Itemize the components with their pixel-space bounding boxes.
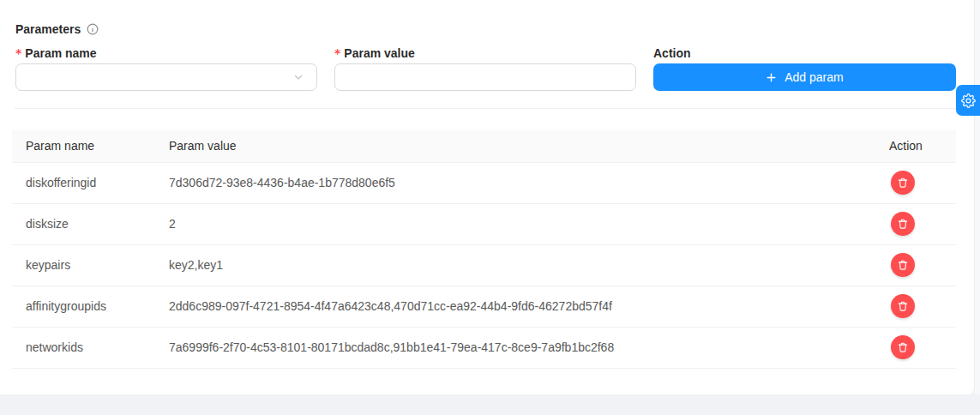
param-table-body: diskofferingid 7d306d72-93e8-4436-b4ae-1… xyxy=(12,162,956,368)
table-header-row: Param name Param value Action xyxy=(12,130,956,162)
param-name-cell: diskofferingid xyxy=(12,162,155,203)
plus-icon xyxy=(766,72,777,83)
param-name-cell: keypairs xyxy=(12,244,155,286)
trash-icon xyxy=(897,218,909,230)
trash-icon xyxy=(897,300,909,312)
param-value-field: * Param value xyxy=(334,45,636,91)
col-header-action: Action xyxy=(875,130,956,162)
action-label: Action xyxy=(653,45,956,62)
trash-icon xyxy=(897,341,909,353)
param-value-cell: key2,key1 xyxy=(155,244,875,286)
param-table: Param name Param value Action diskofferi… xyxy=(12,130,956,369)
action-cell xyxy=(875,244,956,286)
param-value-cell: 7d306d72-93e8-4436-b4ae-1b778d80e6f5 xyxy=(155,162,875,203)
table-row: networkids 7a6999f6-2f70-4c53-8101-80171… xyxy=(12,327,956,368)
action-cell xyxy=(875,286,956,327)
trash-icon xyxy=(897,177,909,189)
col-header-param-value: Param value xyxy=(155,130,875,162)
required-mark: * xyxy=(334,46,340,60)
param-value-cell: 2 xyxy=(155,203,875,244)
col-header-param-name: Param name xyxy=(12,130,155,162)
settings-drawer-handle[interactable] xyxy=(956,85,980,116)
action-field: Action Add param xyxy=(653,45,956,91)
table-row: disksize 2 xyxy=(12,203,956,244)
required-mark: * xyxy=(15,46,21,60)
gear-icon xyxy=(961,93,976,108)
add-param-button[interactable]: Add param xyxy=(653,63,956,91)
param-name-label-text: Param name xyxy=(25,46,96,60)
parameters-form: * Param name * Param value Action xyxy=(15,45,956,91)
action-cell xyxy=(875,203,956,244)
param-value-label-text: Param value xyxy=(344,46,415,60)
param-value-input[interactable] xyxy=(334,63,636,91)
delete-param-button[interactable] xyxy=(891,294,915,318)
param-name-cell: networkids xyxy=(12,327,155,368)
param-name-cell: disksize xyxy=(12,203,155,244)
param-name-cell: affinitygroupids xyxy=(12,286,155,327)
table-row: keypairs key2,key1 xyxy=(12,244,956,286)
add-param-button-label: Add param xyxy=(785,70,843,84)
param-value-cell: 7a6999f6-2f70-4c53-8101-80171bcdad8c,91b… xyxy=(155,327,875,368)
param-name-label: * Param name xyxy=(15,45,317,62)
action-cell xyxy=(875,327,956,368)
trash-icon xyxy=(897,259,909,271)
delete-param-button[interactable] xyxy=(891,253,915,277)
param-name-select[interactable] xyxy=(15,63,317,91)
info-circle-icon[interactable] xyxy=(87,23,99,35)
param-name-field: * Param name xyxy=(15,45,317,91)
param-value-cell: 2dd6c989-097f-4721-8954-4f47a6423c48,470… xyxy=(155,286,875,327)
param-value-label: * Param value xyxy=(334,45,636,62)
table-row: affinitygroupids 2dd6c989-097f-4721-8954… xyxy=(12,286,956,327)
right-edge-strip xyxy=(975,0,980,394)
parameters-header: Parameters xyxy=(15,22,99,36)
delete-param-button[interactable] xyxy=(891,212,915,236)
action-cell xyxy=(875,162,956,203)
section-title: Parameters xyxy=(15,22,81,36)
delete-param-button[interactable] xyxy=(891,171,915,195)
content-card: Parameters * Param name xyxy=(0,0,975,394)
section-divider xyxy=(15,108,974,109)
table-row: diskofferingid 7d306d72-93e8-4436-b4ae-1… xyxy=(12,162,956,203)
delete-param-button[interactable] xyxy=(891,335,915,359)
chevron-down-icon xyxy=(293,72,304,82)
